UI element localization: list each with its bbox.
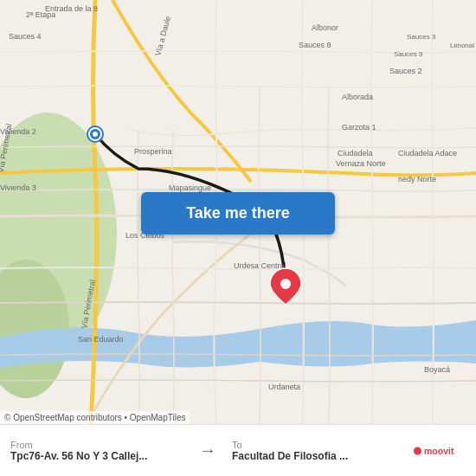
bottom-bar: From Tpc76-Av. 56 No Y 3 Callej... → To … bbox=[0, 424, 476, 476]
svg-text:Albonor: Albonor bbox=[312, 23, 338, 32]
map-attribution: © OpenStreetMap contributors • OpenMapTi… bbox=[0, 411, 190, 424]
from-value: Tpc76-Av. 56 No Y 3 Callej... bbox=[10, 450, 183, 462]
svg-text:Sauces 8: Sauces 8 bbox=[299, 41, 331, 49]
svg-text:Ciudadela Adace: Ciudadela Adace bbox=[398, 149, 457, 158]
svg-text:Urdaneta: Urdaneta bbox=[268, 383, 300, 391]
svg-text:Ciudadela: Ciudadela bbox=[338, 149, 373, 158]
svg-text:Urdesa Central: Urdesa Central bbox=[234, 261, 286, 270]
to-section: To Facultad De Filosofia ... bbox=[232, 440, 405, 462]
svg-text:Alborada: Alborada bbox=[342, 93, 373, 101]
take-me-there-button[interactable]: Take me there bbox=[141, 192, 335, 235]
svg-text:Sauces 4: Sauces 4 bbox=[9, 32, 42, 41]
svg-text:Vivienda 3: Vivienda 3 bbox=[0, 183, 36, 192]
svg-text:Boyacá: Boyacá bbox=[424, 365, 450, 374]
svg-text:Garzota 1: Garzota 1 bbox=[342, 123, 376, 132]
svg-point-33 bbox=[280, 279, 291, 289]
svg-text:Sauces 9: Sauces 9 bbox=[394, 50, 423, 58]
to-label: To bbox=[232, 440, 405, 450]
from-label: From bbox=[10, 440, 183, 450]
svg-text:Entrada de la 8: Entrada de la 8 bbox=[45, 4, 98, 13]
to-value: Facultad De Filosofia ... bbox=[232, 450, 405, 462]
svg-text:Prosperina: Prosperina bbox=[134, 147, 172, 156]
map-container: 2ª Etapa Sauces 4 Albonor Sauces 8 Sauce… bbox=[0, 0, 476, 424]
svg-text:Sauces 2: Sauces 2 bbox=[389, 67, 422, 75]
svg-point-34 bbox=[414, 447, 421, 454]
svg-text:moovit: moovit bbox=[424, 445, 454, 455]
svg-text:nedy Norte: nedy Norte bbox=[398, 175, 436, 183]
direction-arrow-icon: → bbox=[192, 441, 223, 460]
moovit-logo: moovit bbox=[414, 441, 466, 461]
svg-text:Limonal del Ri: Limonal del Ri bbox=[450, 42, 476, 49]
svg-point-32 bbox=[93, 132, 98, 137]
svg-text:San Eduardo: San Eduardo bbox=[78, 335, 124, 344]
svg-text:Vernaza Norte: Vernaza Norte bbox=[336, 159, 386, 168]
svg-text:Mapasingue: Mapasingue bbox=[169, 183, 211, 192]
svg-text:Sauces 3: Sauces 3 bbox=[407, 33, 436, 41]
from-section: From Tpc76-Av. 56 No Y 3 Callej... bbox=[10, 440, 183, 462]
